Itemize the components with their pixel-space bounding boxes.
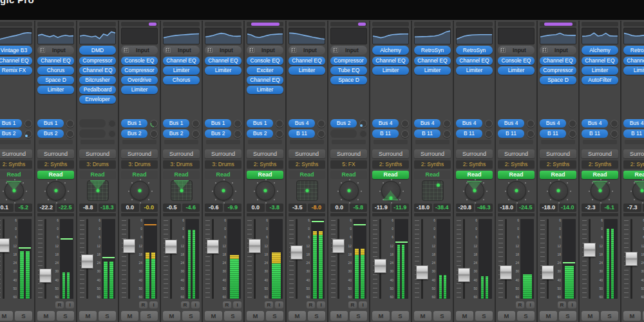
send-bus-slot[interactable]: Bus 4 [540, 119, 566, 128]
fx-plugin-slot[interactable]: Tube EQ [330, 66, 367, 75]
volume-value[interactable]: -20.8 [456, 204, 474, 212]
fx-plugin-slot[interactable]: Limiter [414, 66, 451, 75]
eq-thumbnail[interactable] [79, 28, 116, 44]
send-bus-slot[interactable]: Bus 2 [163, 129, 189, 138]
volume-value[interactable]: -2.3 [582, 204, 600, 212]
send-level-knob[interactable] [611, 120, 618, 128]
group-button[interactable]: 2: Synths [623, 160, 644, 169]
volume-value[interactable]: -8.8 [79, 204, 97, 212]
volume-value[interactable]: 0.0 [121, 204, 139, 212]
record-enable-button[interactable]: R [516, 301, 524, 308]
instrument-slot[interactable]: Alchemy [582, 46, 618, 55]
instrument-slot[interactable]: RetroSyn [414, 46, 451, 55]
fader-cap[interactable] [207, 240, 219, 254]
fader-cap[interactable] [39, 269, 52, 283]
volume-value[interactable]: -0.5 [163, 204, 181, 212]
send-empty-slot[interactable] [79, 119, 106, 128]
send-bus-slot[interactable]: Bus 1 [247, 119, 273, 128]
peak-value[interactable]: -9.9 [224, 204, 242, 212]
fader-cap[interactable] [249, 239, 261, 253]
peak-value[interactable]: -8.0 [308, 204, 326, 212]
instrument-slot[interactable]: DMD [79, 46, 116, 55]
send-level-knob[interactable] [611, 130, 618, 138]
send-bus-slot[interactable]: Bus 1 [205, 119, 231, 128]
output-button[interactable]: Surround [623, 149, 644, 158]
mute-button[interactable]: M [540, 311, 557, 321]
volume-value[interactable]: -11.9 [372, 204, 390, 212]
instrument-slot[interactable]: Alchemy [372, 46, 409, 55]
solo-button[interactable]: S [350, 311, 367, 321]
send-level-knob[interactable] [527, 120, 535, 128]
fx-plugin-slot[interactable]: Limiter [289, 66, 325, 75]
mute-button[interactable]: M [247, 311, 264, 321]
solo-button[interactable]: S [266, 311, 283, 321]
output-button[interactable]: Surround [79, 149, 116, 158]
fx-plugin-slot[interactable]: Channel EQ [582, 57, 618, 65]
automation-read-button[interactable]: Read [582, 171, 618, 179]
fx-plugin-slot[interactable]: Channel EQ [540, 57, 576, 65]
send-level-knob[interactable] [443, 120, 451, 128]
fader-cap[interactable] [0, 238, 10, 252]
pan-knob[interactable] [381, 181, 401, 200]
input-slot[interactable]: Input [289, 46, 325, 55]
group-button[interactable]: 2: Synths [247, 160, 283, 169]
send-bus-slot[interactable]: B 11 [498, 129, 524, 138]
group-button[interactable]: 3: Drums [163, 160, 200, 169]
send-level-knob[interactable] [569, 120, 576, 128]
fx-plugin-slot[interactable]: Channel EQ [247, 76, 283, 84]
eq-thumbnail[interactable] [289, 28, 325, 44]
send-bus-slot[interactable]: Bus 2 [121, 129, 147, 138]
send-bus-slot[interactable]: B 11 [456, 129, 482, 138]
mute-button[interactable]: M [414, 311, 431, 321]
automation-read-button[interactable]: Read [330, 171, 367, 179]
fx-plugin-slot[interactable]: Limiter [205, 66, 242, 75]
automation-read-button[interactable]: Read [540, 171, 576, 179]
surround-panner[interactable] [87, 180, 109, 201]
fx-plugin-slot[interactable]: Chorus [37, 66, 74, 75]
eq-thumbnail[interactable] [623, 28, 644, 44]
surround-panner[interactable] [422, 180, 444, 201]
fx-plugin-slot[interactable]: Channel EQ [37, 57, 74, 65]
pan-knob[interactable] [507, 181, 526, 200]
record-enable-button[interactable]: R [348, 301, 357, 308]
mute-button[interactable]: M [330, 311, 348, 321]
input-format-icon[interactable] [124, 48, 129, 53]
input-slot[interactable]: Input [163, 46, 200, 55]
input-slot[interactable]: Input [540, 46, 576, 55]
record-enable-button[interactable]: R [265, 301, 273, 308]
fx-plugin-slot[interactable]: Space D [330, 76, 367, 84]
fader-cap[interactable] [332, 239, 345, 253]
eq-thumbnail[interactable] [37, 28, 74, 44]
fx-plugin-slot[interactable]: Limiter [498, 66, 535, 75]
solo-button[interactable]: S [433, 311, 451, 321]
automation-read-button[interactable]: Read [456, 171, 493, 179]
instrument-slot[interactable]: Vintage B3 [0, 46, 32, 55]
fx-plugin-slot[interactable]: Remix FX [0, 66, 32, 75]
volume-value[interactable]: -0.6 [205, 204, 223, 212]
send-level-knob[interactable] [234, 130, 242, 138]
output-button[interactable]: Surround [456, 149, 493, 158]
volume-value[interactable]: -18.0 [498, 204, 516, 212]
send-bus-slot[interactable]: Bus 4 [623, 119, 644, 128]
send-level-knob[interactable] [276, 120, 283, 128]
automation-read-button[interactable]: Read [247, 171, 283, 179]
record-enable-button[interactable]: R [139, 301, 147, 308]
instrument-slot[interactable]: RetroSyn [456, 46, 493, 55]
input-monitor-button[interactable]: I [66, 301, 74, 308]
group-button[interactable]: 2: Synths [372, 160, 409, 169]
solo-button[interactable]: S [224, 311, 242, 321]
send-bus-slot[interactable]: Bus 2 [205, 129, 231, 138]
mute-button[interactable]: M [37, 311, 55, 321]
send-bus-slot[interactable]: B 11 [582, 129, 608, 138]
group-button[interactable]: 5: FX [330, 160, 367, 169]
send-level-knob[interactable] [234, 120, 242, 128]
fader-track[interactable] [128, 219, 130, 299]
fader-track[interactable] [337, 219, 339, 299]
mute-button[interactable]: M [372, 311, 390, 321]
eq-thumbnail[interactable] [582, 28, 618, 44]
send-bus-slot[interactable]: B 11 [414, 129, 440, 138]
automation-read-button[interactable]: Read [372, 171, 409, 179]
fx-plugin-slot[interactable]: Console EQ [498, 57, 535, 65]
send-level-knob[interactable] [66, 130, 74, 138]
group-button[interactable]: 3: Drums [79, 160, 116, 169]
